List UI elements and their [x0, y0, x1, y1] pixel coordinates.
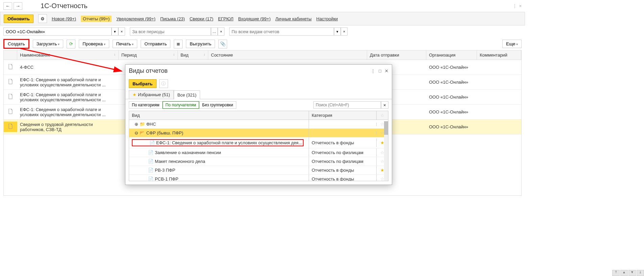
doc-icon — [4, 92, 17, 102]
sort-icon: ↓ — [173, 52, 175, 56]
doc-icon — [4, 62, 17, 72]
forward-button[interactable]: → — [14, 2, 22, 10]
tab-settings[interactable]: Настройки — [316, 16, 338, 21]
col-comment[interactable]: Комментарий — [477, 50, 521, 60]
file-icon: 📄 — [148, 159, 153, 164]
cell-org: ООО «1С-Онлайн» — [426, 78, 477, 87]
col-org[interactable]: Организация — [426, 50, 477, 60]
cell-name: ЕФС-1: Сведения о заработной плате и усл… — [17, 105, 119, 119]
filter-row: ▾ × … × ▾ × — [0, 25, 525, 38]
tab-egrul[interactable]: ЕГРЮЛ — [218, 16, 233, 21]
folder-icon: 📂 — [140, 130, 145, 135]
list-icon-button[interactable]: ≣ — [174, 40, 183, 48]
file-icon: 📄 — [149, 140, 155, 145]
dialog-search-input[interactable] — [313, 101, 381, 109]
dialog-col-category[interactable]: Категория — [309, 111, 377, 120]
tab-reports[interactable]: Отчеты (99+) — [81, 16, 112, 22]
create-button[interactable]: Создать — [3, 39, 29, 49]
report-types-dialog: Виды отчетов ⋮ □ ✕ Выбрать ⓘ ★Избранные … — [125, 64, 392, 185]
page-title: 1С-Отчетность — [41, 2, 88, 10]
dialog-maximize-icon[interactable]: □ — [379, 68, 381, 73]
folder-icon: 📁 — [140, 122, 145, 127]
tree-row[interactable]: 📄Заявление о назначении пенсииОтчетность… — [129, 148, 388, 157]
tab-notifications[interactable]: Уведомления (99+) — [116, 16, 156, 21]
dialog-close-icon[interactable]: ✕ — [385, 68, 388, 73]
doc-icon — [4, 77, 17, 87]
period-filter-more[interactable]: … — [211, 27, 218, 36]
titlebar: ← → 1С-Отчетность ⋮ × — [0, 0, 525, 12]
col-icon[interactable] — [4, 50, 17, 60]
seg-no-group[interactable]: Без группировки — [199, 101, 236, 109]
close-icon[interactable]: × — [519, 3, 522, 8]
load-button[interactable]: Загрузить — [33, 40, 64, 48]
tab-favorites[interactable]: ★Избранные (51) — [129, 90, 174, 99]
tab-recon[interactable]: Сверки (17) — [190, 16, 213, 21]
tab-letters[interactable]: Письма (23) — [160, 16, 185, 21]
tab-incoming[interactable]: Входящие (99+) — [238, 16, 271, 21]
send-button[interactable]: Отправить — [141, 40, 170, 48]
tree-row[interactable]: 📄РСВ-1 ПФРОтчетность в фонды☆ — [129, 175, 388, 181]
action-toolbar: Создать Загрузить ⟳ Проверка Печать Отпр… — [0, 38, 525, 50]
file-icon: 📄 — [148, 168, 153, 173]
tab-new[interactable]: Новое (99+) — [52, 16, 76, 21]
kind-filter-clear[interactable]: × — [341, 27, 348, 36]
tab-all[interactable]: Все (321) — [174, 90, 200, 99]
cell-name: Сведения о трудовой деятельности работни… — [17, 120, 119, 134]
tree-row[interactable]: 📄ЕФС-1: Сведения о заработной плате и ус… — [129, 137, 388, 148]
cell-org: ООО «1С-Онлайн» — [426, 107, 477, 116]
seg-by-category[interactable]: По категориям — [129, 101, 163, 109]
refresh-button[interactable]: Обновить — [4, 15, 33, 23]
org-filter-dropdown[interactable]: ▾ — [112, 27, 118, 36]
period-filter-clear[interactable]: × — [218, 27, 224, 36]
col-kind[interactable]: Вид↓ — [178, 50, 208, 60]
reload-file-button[interactable]: ⟳ — [67, 40, 75, 48]
period-filter-input[interactable] — [130, 27, 211, 36]
back-button[interactable]: ← — [3, 2, 12, 10]
tree-row[interactable]: ⊖ 📂СФР (бывш. ПФР)☆ — [129, 129, 388, 137]
tree-row[interactable]: 📄РВ-3 ПФРОтчетность в фонды★ — [129, 166, 388, 175]
cell-org: ООО «1С-Онлайн» — [426, 63, 477, 72]
check-button[interactable]: Проверка — [79, 40, 109, 48]
export-button[interactable]: Выгрузить — [186, 40, 215, 48]
cell-org: ООО «1С-Онлайн» — [426, 122, 477, 131]
table-header: Наименование↓ Период↓ Вид↓ Состояние Дат… — [4, 50, 521, 60]
print-button[interactable]: Печать — [113, 40, 137, 48]
sort-icon: ↓ — [114, 52, 116, 56]
more-button[interactable]: Еще — [502, 40, 522, 48]
doc-icon — [4, 122, 17, 132]
info-button[interactable]: ⓘ — [159, 79, 168, 88]
cell-name: ЕФС-1: Сведения о заработной плате и усл… — [17, 90, 119, 104]
dialog-col-kind[interactable]: Вид — [129, 111, 309, 120]
org-filter-input[interactable] — [3, 27, 112, 36]
dialog-kebab-icon[interactable]: ⋮ — [371, 68, 375, 73]
file-icon: 📄 — [148, 150, 153, 155]
kind-filter-input[interactable] — [229, 27, 334, 36]
cell-name: ЕФС-1: Сведения о заработной плате и усл… — [17, 75, 119, 89]
tab-cabinets[interactable]: Личные кабинеты — [275, 16, 311, 21]
kebab-icon[interactable]: ⋮ — [512, 3, 517, 8]
cell-org: ООО «1С-Онлайн» — [426, 92, 477, 102]
col-sent[interactable]: Дата отправки — [367, 50, 426, 60]
seg-by-recipient[interactable]: По получателям — [163, 101, 199, 109]
select-button[interactable]: Выбрать — [129, 79, 157, 88]
dialog-col-star[interactable]: ☆ — [377, 111, 388, 120]
org-filter-clear[interactable]: × — [118, 27, 125, 36]
attach-button[interactable]: 📎 — [218, 40, 227, 48]
kind-filter-dropdown[interactable]: ▾ — [334, 27, 341, 36]
tabs-bar: Обновить ⚙ Новое (99+) Отчеты (99+) Увед… — [0, 12, 525, 25]
file-icon: 📄 — [148, 176, 153, 181]
col-state[interactable]: Состояние — [208, 50, 367, 60]
dialog-scrollbar[interactable] — [384, 121, 388, 181]
dialog-title: Виды отчетов — [129, 67, 168, 75]
tree-row[interactable]: 📄Макет пенсионного делаОтчетность по физ… — [129, 157, 388, 166]
col-name[interactable]: Наименование↓ — [17, 50, 119, 60]
cell-name: 4-ФСС — [17, 63, 119, 72]
tree-row[interactable]: ⊕ 📁ФНС☆ — [129, 120, 388, 129]
star-icon: ★ — [133, 92, 137, 97]
dialog-grid: Вид Категория ☆ ⊕ 📁ФНС☆⊖ 📂СФР (бывш. ПФР… — [129, 111, 388, 181]
col-period[interactable]: Период↓ — [119, 50, 178, 60]
sort-icon: ↓ — [204, 52, 205, 56]
dialog-search-clear[interactable]: × — [381, 101, 388, 109]
gear-button[interactable]: ⚙ — [38, 14, 47, 23]
doc-icon — [4, 107, 17, 117]
